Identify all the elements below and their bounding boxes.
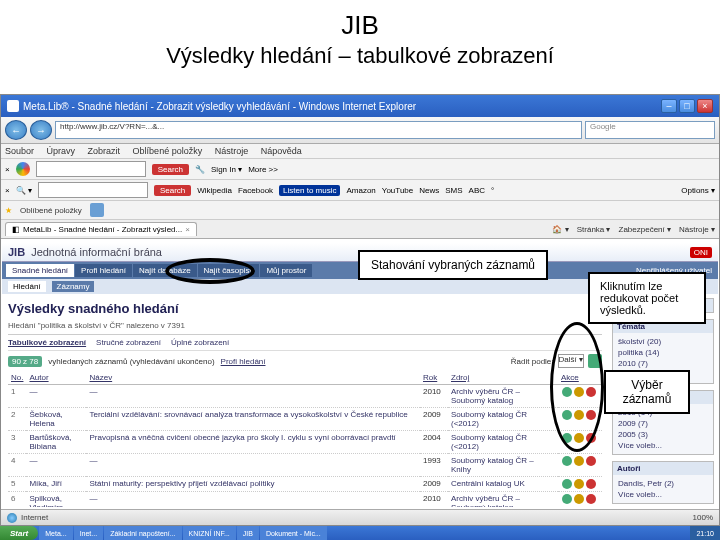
start-button[interactable]: Start [0,526,38,540]
google-icon[interactable] [16,162,30,176]
taskbar-item[interactable]: Základní napoštení... [104,526,181,540]
th-no[interactable]: No. [8,371,26,385]
google-search-input[interactable] [36,161,146,177]
action-save-icon[interactable] [574,479,584,489]
th-title[interactable]: Název [86,371,420,385]
nav-snadne[interactable]: Snadné hledání [6,264,74,277]
google-search-button[interactable]: Search [152,164,189,175]
count-badge: 90 z 78 [8,356,42,367]
view-table[interactable]: Tabulkové zobrazení [8,338,86,347]
table-row[interactable]: 2Šebková, HelenaTerciální vzdělávání: sr… [8,408,602,431]
nav-myspace[interactable]: Můj prostor [260,264,312,277]
facet-item[interactable]: 2009 (7) [618,418,708,429]
menu-tools[interactable]: Nástroje [215,146,249,156]
action-sfx-icon[interactable] [562,479,572,489]
oni-badge: ONI [690,247,712,258]
subtab-hledani[interactable]: Hledání [8,281,46,292]
weather-link[interactable]: ° [491,186,494,195]
view-full[interactable]: Úplné zobrazení [171,338,229,347]
facet-more[interactable]: Více voleb... [618,440,708,451]
callout-download: Stahování vybraných záznamů [358,250,548,280]
jib-logo[interactable]: JIB [8,246,25,258]
maximize-button[interactable]: □ [679,99,695,113]
facet-more[interactable]: Více voleb... [618,489,708,500]
action-basket-icon[interactable] [586,456,596,466]
news-link[interactable]: News [419,186,439,195]
callout-select: Výběr záznamů [604,370,690,414]
url-input[interactable]: http://www.jib.cz/V?RN=...&... [55,121,582,139]
facet-item[interactable]: politika (14) [618,347,708,358]
menu-help[interactable]: Nápověda [261,146,302,156]
window-title: Meta.Lib® - Snadné hledání - Zobrazit vý… [23,101,416,112]
sidehead-autori: Autoři [613,462,713,475]
menu-edit[interactable]: Úpravy [47,146,76,156]
page-button[interactable]: Stránka ▾ [577,225,611,234]
system-tray[interactable]: 21:10 [690,526,720,540]
subtab-zaznamy[interactable]: Záznamy [52,281,95,292]
action-save-icon[interactable] [574,494,584,504]
home-button[interactable]: 🏠 ▾ [552,225,568,234]
action-basket-icon[interactable] [586,479,596,489]
window-titlebar[interactable]: Meta.Lib® - Snadné hledání - Zobrazit vý… [1,95,719,117]
browser-search-input[interactable]: Google [585,121,715,139]
action-sfx-icon[interactable] [562,494,572,504]
back-button[interactable]: ← [5,120,27,140]
th-year[interactable]: Rok [420,371,448,385]
table-row[interactable]: 5Míka, JiříStátní maturity: perspektivy … [8,477,602,492]
more-link[interactable]: More >> [248,165,278,174]
facet-item[interactable]: Dandis, Petr (2) [618,478,708,489]
table-row[interactable]: 3Bartůšková, BibianaPravopisná a vněčná … [8,431,602,454]
taskbar-item[interactable]: KNIZNÍ INF... [183,526,236,540]
taskbar-item[interactable]: Meta... [39,526,72,540]
youtube-link[interactable]: YouTube [382,186,413,195]
fb-link[interactable]: Facebook [238,186,273,195]
wiki-link[interactable]: Wikipedia [197,186,232,195]
menu-view[interactable]: Zobrazit [88,146,121,156]
view-brief[interactable]: Stručné zobrazení [96,338,161,347]
taskbar-item[interactable]: Dokument - Mic... [260,526,327,540]
listen-button[interactable]: Listen to music [279,185,340,196]
toolbar2-search-button[interactable]: Search [154,185,191,196]
abc-link[interactable]: ABC [469,186,485,195]
facet-item[interactable]: 2010 (7) [618,358,708,369]
zoom-label[interactable]: 100% [693,513,713,522]
menu-favorites[interactable]: Oblíbené položky [133,146,203,156]
signin-link[interactable]: Sign In ▾ [211,165,242,174]
forward-button[interactable]: → [30,120,52,140]
tab-close-icon[interactable]: × [185,225,190,234]
close-button[interactable]: × [697,99,713,113]
globe-icon [7,513,17,523]
action-sfx-icon[interactable] [562,456,572,466]
main-panel: Výsledky snadného hledání Hledání "polit… [2,294,608,507]
sort-label: Řadit podle: [511,357,554,366]
th-author[interactable]: Autor [26,371,86,385]
th-source[interactable]: Zdroj [448,371,558,385]
options-button[interactable]: Options ▾ [681,186,715,195]
profi-link[interactable]: Profi hledání [221,357,266,366]
table-row[interactable]: 6Spilková, Vladimíra—2010Archiv výběru Č… [8,492,602,508]
action-save-icon[interactable] [574,456,584,466]
taskbar[interactable]: Start Meta... Inet... Základní napoštení… [0,526,720,540]
amazon-link[interactable]: Amazon [346,186,375,195]
browser-tab[interactable]: ◧ MetaLib - Snadné hledání - Zobrazit vý… [5,222,197,236]
toolbar2-input[interactable] [38,182,148,198]
table-row[interactable]: 4——1993Souborný katalog ČR – Knihy [8,454,602,477]
link-icon[interactable] [90,203,104,217]
nav-profi[interactable]: Profi hledání [75,264,132,277]
taskbar-item[interactable]: Inet... [74,526,104,540]
safety-button[interactable]: Zabezpečení ▾ [619,225,671,234]
tools-button[interactable]: Nástroje ▾ [679,225,715,234]
tab-favicon-icon: ◧ [12,225,20,234]
taskbar-item[interactable]: JIB [237,526,259,540]
sms-link[interactable]: SMS [445,186,462,195]
favorites-label[interactable]: Oblíbené položky [20,206,82,215]
action-basket-icon[interactable] [586,494,596,504]
menu-file[interactable]: Soubor [5,146,34,156]
star-icon[interactable]: ★ [5,206,12,215]
table-row[interactable]: 1——2010Archiv výběru ČR – Souborný katal… [8,385,602,408]
google-toolbar: × Search 🔧 Sign In ▾ More >> [1,159,719,180]
minimize-button[interactable]: – [661,99,677,113]
google-toolbar-2: ×🔍 ▾ Search Wikipedia Facebook Listen to… [1,180,719,201]
facet-item[interactable]: 2005 (3) [618,429,708,440]
facet-item[interactable]: školství (20) [618,336,708,347]
